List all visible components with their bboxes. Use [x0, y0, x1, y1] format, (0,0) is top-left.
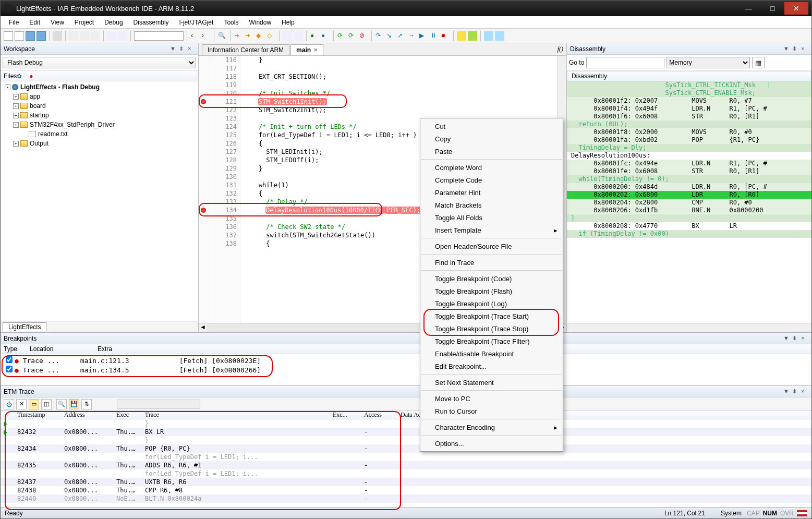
trace-icon[interactable] — [484, 31, 493, 41]
tree-item[interactable]: +board — [1, 101, 198, 111]
menu-edit[interactable]: Edit — [25, 18, 44, 27]
bp-column-header[interactable]: Location — [27, 344, 94, 354]
eth-icon[interactable] — [457, 31, 466, 41]
disasm-line[interactable]: 0x80001fc: 0x494e LDR.N R1, [PC, # — [567, 160, 811, 167]
etm-find-button[interactable]: 🔍 — [56, 399, 67, 409]
nav-fwd-icon[interactable]: › — [201, 31, 211, 41]
next-stmt-icon[interactable]: → — [408, 31, 417, 41]
print-icon[interactable] — [53, 31, 62, 41]
nav-back-icon[interactable]: ‹ — [190, 31, 200, 41]
ctx-item[interactable]: Open Header/Source File — [420, 240, 563, 252]
ctx-item[interactable]: Parameter Hint — [420, 186, 563, 199]
compile-icon[interactable] — [283, 31, 292, 41]
panel-close-icon[interactable]: × — [801, 335, 808, 342]
ctx-item[interactable]: Copy — [420, 132, 563, 145]
menu-ijetjtagjet[interactable]: I-jet/JTAGjet — [175, 18, 218, 27]
etm-save-button[interactable]: 💾 — [69, 399, 79, 409]
ctx-item[interactable]: Options... — [420, 437, 563, 450]
disasm-hscrollbar[interactable] — [567, 323, 811, 332]
make-icon[interactable] — [294, 31, 303, 41]
disasm-line[interactable]: } — [567, 214, 811, 222]
bookmark-prev-icon[interactable]: ◆ — [256, 31, 265, 41]
ctx-item[interactable]: Match Brackets — [420, 199, 563, 211]
panel-dropdown-icon[interactable]: ▼ — [783, 335, 791, 342]
code-line[interactable]: EXT_CRT_SECTION(); — [244, 73, 557, 81]
etm-scrollbar[interactable] — [117, 400, 200, 409]
panel-close-icon[interactable]: × — [801, 388, 808, 395]
panel-pin-icon[interactable]: ⇟ — [179, 45, 186, 53]
tree-item[interactable]: +Output — [1, 139, 198, 148]
go-icon[interactable]: ⟳ — [337, 31, 346, 41]
undo-icon[interactable] — [107, 31, 116, 41]
disasm-line[interactable]: SysTick_CTRL_ENABLE_Msk; — [567, 89, 811, 97]
disasm-line[interactable]: 0x8000200: 0x484d LDR.N R0, [PC, # — [567, 183, 811, 191]
panel-dropdown-icon[interactable]: ▼ — [170, 45, 177, 53]
ctx-item[interactable]: Toggle All Folds — [420, 211, 563, 224]
disasm-line[interactable]: SysTick_CTRL_TICKINT_Msk | — [567, 81, 811, 89]
bookmark-next-icon[interactable]: ➜ — [245, 31, 254, 41]
code-line[interactable]: STM_Switch2Init(); — [244, 106, 557, 114]
bp-column-header[interactable]: Extra — [94, 344, 199, 354]
ctx-item[interactable]: Insert Template▸ — [420, 224, 563, 236]
titlebar[interactable]: LightEffects - IAR Embedded Workbench ID… — [1, 1, 811, 16]
disasm-line[interactable]: 0x8000206: 0xd1fb BNE.N 0x8000200 — [567, 207, 811, 214]
ctx-item[interactable]: Find in Trace — [420, 256, 563, 269]
breakpoint-row[interactable]: ● Trace ...main.c:121.3[Fetch] [0x080002… — [6, 356, 806, 366]
paste-icon[interactable] — [91, 31, 100, 41]
ctx-item[interactable]: Complete Code — [420, 174, 563, 186]
trace2-icon[interactable] — [495, 31, 504, 41]
workspace-tab[interactable]: LightEffects — [3, 322, 46, 331]
new-file-icon[interactable] — [4, 31, 13, 41]
editor-tab[interactable]: main× — [290, 44, 323, 55]
find-icon[interactable]: 🔍 — [217, 31, 227, 41]
menu-tools[interactable]: Tools — [220, 18, 243, 27]
ctx-item[interactable]: Paste — [420, 145, 563, 158]
disasm-line[interactable]: return (0UL); — [567, 120, 811, 128]
ctx-item[interactable]: Toggle Breakpoint (Trace Start) — [420, 310, 563, 322]
ctx-item[interactable]: Set Next Statement — [420, 376, 563, 389]
tree-item[interactable]: -LightEffects - Flash Debug — [1, 82, 198, 92]
etm-toggle-button[interactable]: ◫ — [41, 399, 52, 409]
ctx-item[interactable]: Complete Word — [420, 161, 563, 174]
panel-pin-icon[interactable]: ⇟ — [792, 388, 799, 395]
maximize-button[interactable]: □ — [760, 2, 784, 15]
menu-view[interactable]: View — [46, 18, 68, 27]
etm-settings-button[interactable]: ⇅ — [81, 399, 92, 409]
panel-dropdown-icon[interactable]: ▼ — [783, 388, 791, 395]
disasm-line[interactable]: while(TimingDelay != 0); — [567, 175, 811, 183]
disasm-line[interactable]: TimingDelay = Dly; — [567, 144, 811, 152]
tree-item[interactable]: +STM32F4xx_StdPeriph_Driver — [1, 120, 198, 129]
disasm-line[interactable]: 0x80001f4: 0x494f LDR.N R1, [PC, # — [567, 105, 811, 113]
editor-tab[interactable]: Information Center for ARM — [202, 44, 289, 55]
bp-checkbox[interactable] — [6, 356, 13, 363]
etm-clear-button[interactable]: ✕ — [16, 399, 27, 409]
disasm-line[interactable]: 0x80001f6: 0x6008 STR R0, [R1] — [567, 113, 811, 120]
tree-item[interactable]: +app — [1, 92, 198, 101]
breakpoint-row[interactable]: ● Trace ...main.c:134.5[Fetch] [0x080002… — [6, 366, 806, 375]
ctx-item[interactable]: Character Encoding▸ — [420, 421, 563, 433]
ctx-item[interactable]: Toggle Breakpoint (Trace Filter) — [420, 335, 563, 347]
disasm-line[interactable]: 0x8000204: 0x2800 CMP R0, #0 — [567, 199, 811, 207]
minimize-button[interactable]: — — [736, 2, 760, 15]
disassembly-body[interactable]: SysTick_CTRL_TICKINT_Msk | SysTick_CTRL_… — [567, 81, 811, 323]
menu-debug[interactable]: Debug — [100, 18, 127, 27]
config-select[interactable]: Flash Debug — [3, 57, 196, 68]
code-line[interactable] — [244, 81, 557, 89]
debug-icon[interactable]: ● — [321, 31, 330, 41]
etm-browse-button[interactable]: ▭ — [29, 399, 39, 409]
restart-icon[interactable]: ⟳ — [348, 31, 357, 41]
goto-input[interactable] — [586, 57, 664, 68]
code-line[interactable]: } — [244, 56, 557, 64]
disasm-line[interactable]: 0x8000202: 0x6800 LDR R0, [R0] — [567, 191, 811, 199]
etm-power-button[interactable]: ⏻ — [4, 399, 14, 409]
disasm-line[interactable]: 0x80001fe: 0x6008 STR R0, [R1] — [567, 167, 811, 175]
bp-column-header[interactable]: Type — [1, 344, 27, 354]
menu-window[interactable]: Window — [245, 18, 275, 27]
run-to-cursor-icon[interactable]: ▶ — [419, 31, 428, 41]
tree-item[interactable]: +startup — [1, 111, 198, 120]
download-icon[interactable]: ● — [310, 31, 319, 41]
disasm-line[interactable]: 0x80001fa: 0xbd02 POP {R1, PC} — [567, 136, 811, 144]
context-menu[interactable]: CutCopyPasteComplete WordComplete CodePa… — [420, 118, 563, 452]
step-over-icon[interactable]: ↷ — [375, 31, 384, 41]
ctx-item[interactable]: Edit Breakpoint... — [420, 360, 563, 372]
